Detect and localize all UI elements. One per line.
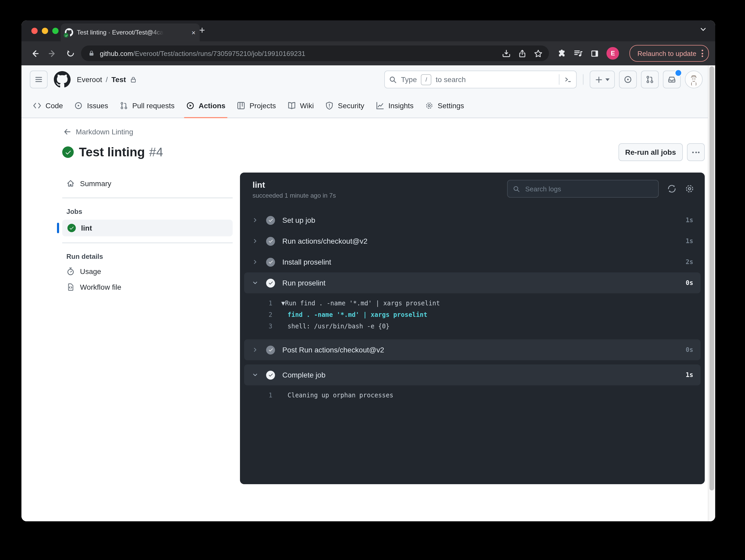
back-button[interactable] <box>28 46 42 61</box>
tab-code[interactable]: Code <box>28 98 68 114</box>
sidebar-job-lint[interactable]: lint <box>62 220 233 236</box>
step-success-check-icon <box>266 216 275 225</box>
tab-wiki[interactable]: Wiki <box>282 98 319 114</box>
complete-job-log: 1 Cleaning up orphan processes <box>240 385 705 408</box>
bookmark-star-icon[interactable] <box>534 49 543 58</box>
tab-pull-requests[interactable]: Pull requests <box>115 98 180 114</box>
user-avatar[interactable] <box>685 70 703 88</box>
refresh-logs-icon[interactable] <box>667 184 677 193</box>
step-success-check-icon <box>266 345 275 354</box>
github-header: Everoot / Test Type / to search <box>22 65 715 94</box>
run-title-row: Test linting #4 Re-run all jobs <box>62 143 705 161</box>
browser-tab[interactable]: Test linting · Everoot/Test@4ca × <box>61 24 200 41</box>
run-menu-kebab-button[interactable] <box>687 143 705 161</box>
share-icon[interactable] <box>518 49 527 58</box>
step-label: Install proselint <box>282 258 331 266</box>
step-set-up-job[interactable]: Set up job 1s <box>240 210 705 230</box>
step-duration: 1s <box>686 216 693 224</box>
media-controls-icon[interactable] <box>574 49 583 58</box>
tab-insights[interactable]: Insights <box>371 98 419 114</box>
command-palette-icon[interactable] <box>559 74 572 85</box>
repo-nav: Code Issues Pull requests Actions Projec… <box>22 94 715 118</box>
sidebar-item-workflow-file[interactable]: Workflow file <box>62 279 233 295</box>
log-job-name: lint <box>253 180 336 190</box>
reload-button[interactable] <box>63 46 78 61</box>
new-tab-button[interactable]: + <box>199 25 205 35</box>
log-line: 1 Cleaning up orphan processes <box>240 390 705 401</box>
step-label: Run proselint <box>282 279 325 287</box>
search-logs-box[interactable] <box>507 180 659 198</box>
create-new-button[interactable] <box>590 70 615 88</box>
chevron-right-icon <box>252 238 259 244</box>
run-actions: Re-run all jobs <box>618 143 705 161</box>
browser-profile-avatar[interactable]: E <box>607 47 619 60</box>
relaunch-label: Relaunch to update <box>638 50 697 57</box>
step-run-checkout[interactable]: Run actions/checkout@v2 1s <box>240 230 705 251</box>
job-name: lint <box>81 224 92 232</box>
tab-title: Test linting · Everoot/Test@4ca <box>77 29 163 36</box>
step-install-proselint[interactable]: Install proselint 2s <box>240 251 705 272</box>
tab-overflow-chevron-icon[interactable] <box>700 26 707 33</box>
breadcrumb-owner[interactable]: Everoot <box>77 75 102 84</box>
log-settings-gear-icon[interactable] <box>685 184 694 193</box>
step-run-proselint[interactable]: Run proselint 0s <box>244 272 701 293</box>
global-search-box[interactable]: Type / to search <box>384 70 577 88</box>
back-to-workflow-link[interactable]: Markdown Linting <box>63 128 705 136</box>
log-line-text: Cleaning up orphan processes <box>281 390 393 401</box>
log-job-status: succeeded 1 minute ago in 7s <box>253 192 336 199</box>
tab-close-button[interactable]: × <box>192 29 196 36</box>
tab-projects[interactable]: Projects <box>232 98 281 114</box>
step-label: Set up job <box>282 216 315 224</box>
chevron-down-icon <box>252 372 259 377</box>
log-line-text: find . -name '*.md' | xargs proselint <box>281 309 427 320</box>
browser-menu-kebab-icon[interactable] <box>702 50 703 57</box>
site-lock-icon[interactable] <box>88 50 95 57</box>
url-text: github.com/Everoot/Test/actions/runs/730… <box>100 50 305 57</box>
save-offline-icon[interactable] <box>502 49 511 58</box>
tab-label: Wiki <box>300 101 314 110</box>
tab-settings[interactable]: Settings <box>420 98 469 114</box>
step-success-check-icon <box>266 278 275 287</box>
relaunch-to-update-button[interactable]: Relaunch to update <box>630 45 709 62</box>
sidebar-item-usage[interactable]: Usage <box>62 263 233 279</box>
pull-requests-button[interactable] <box>641 70 659 88</box>
maximize-window-button[interactable] <box>52 28 59 34</box>
tab-label: Settings <box>438 101 464 110</box>
github-logo-icon[interactable] <box>54 71 71 88</box>
step-post-run-checkout[interactable]: Post Run actions/checkout@v2 0s <box>244 339 701 360</box>
tab-label: Security <box>338 101 364 110</box>
close-window-button[interactable] <box>31 28 38 34</box>
notifications-inbox-button[interactable] <box>663 70 681 88</box>
toolbar-actions: E Relaunch to update <box>558 45 709 62</box>
tab-actions[interactable]: Actions <box>181 98 231 114</box>
log-line-number: 1 <box>240 298 281 309</box>
scrollbar-thumb[interactable] <box>709 66 714 491</box>
issues-button[interactable] <box>619 70 637 88</box>
breadcrumb: Everoot / Test <box>77 75 137 84</box>
sidebar-item-summary[interactable]: Summary <box>62 176 233 191</box>
search-logs-input[interactable] <box>524 184 653 193</box>
minimize-window-button[interactable] <box>42 28 48 34</box>
tab-security[interactable]: Security <box>320 98 369 114</box>
log-panel-header: lint succeeded 1 minute ago in 7s <box>240 173 705 205</box>
tab-label: Projects <box>249 101 276 110</box>
rerun-all-jobs-button[interactable]: Re-run all jobs <box>618 143 683 161</box>
side-panel-icon[interactable] <box>590 49 600 58</box>
step-complete-job[interactable]: Complete job 1s <box>244 365 701 385</box>
page-scrollbar[interactable] <box>708 65 715 521</box>
run-title: Test linting <box>79 145 145 159</box>
address-bar[interactable]: github.com/Everoot/Test/actions/runs/730… <box>81 45 549 61</box>
hamburger-menu-button[interactable] <box>30 70 47 88</box>
tab-label: Issues <box>87 101 108 110</box>
forward-button[interactable] <box>45 46 60 61</box>
step-label: Run actions/checkout@v2 <box>282 237 367 245</box>
favicon-success-badge-icon <box>64 33 68 38</box>
chevron-down-icon <box>252 280 259 285</box>
step-duration: 1s <box>686 238 693 245</box>
breadcrumb-repo[interactable]: Test <box>111 75 126 84</box>
step-duration: 1s <box>686 371 693 379</box>
extensions-puzzle-icon[interactable] <box>558 49 566 58</box>
log-line-text: ▼Run find . -name '*.md' | xargs proseli… <box>281 298 440 309</box>
tab-issues[interactable]: Issues <box>69 98 114 114</box>
browser-window: Test linting · Everoot/Test@4ca × + <box>22 21 715 521</box>
